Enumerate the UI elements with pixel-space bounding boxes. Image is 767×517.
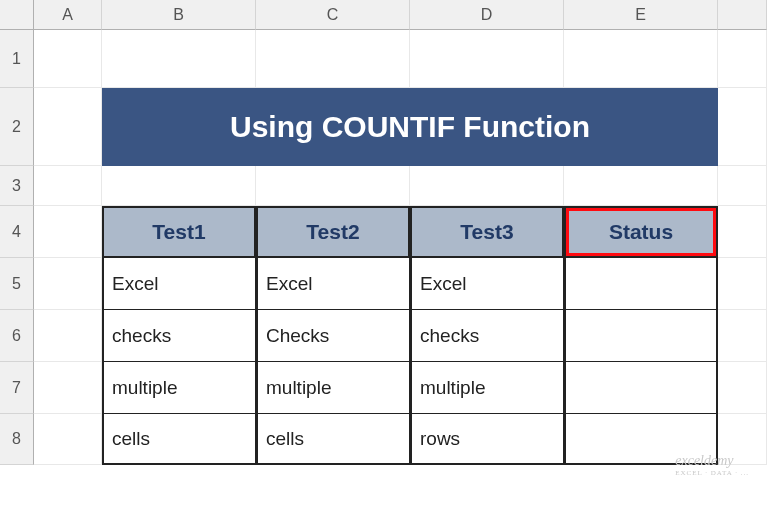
- title-cell[interactable]: Using COUNTIF Function: [102, 88, 718, 166]
- cell-overflow-1[interactable]: [718, 30, 767, 88]
- cell-a2[interactable]: [34, 88, 102, 166]
- cell-a8[interactable]: [34, 414, 102, 465]
- row-header-8[interactable]: 8: [0, 414, 34, 465]
- table-cell-c8[interactable]: cells: [256, 414, 410, 465]
- cell-overflow-4[interactable]: [718, 206, 767, 258]
- cell-overflow-3[interactable]: [718, 166, 767, 206]
- col-header-e[interactable]: E: [564, 0, 718, 30]
- table-cell-e6[interactable]: [564, 310, 718, 362]
- cell-e3[interactable]: [564, 166, 718, 206]
- cell-overflow-7[interactable]: [718, 362, 767, 414]
- cell-a7[interactable]: [34, 362, 102, 414]
- cell-a4[interactable]: [34, 206, 102, 258]
- row-header-5[interactable]: 5: [0, 258, 34, 310]
- table-header-test2[interactable]: Test2: [256, 206, 410, 258]
- row-header-6[interactable]: 6: [0, 310, 34, 362]
- table-cell-c5[interactable]: Excel: [256, 258, 410, 310]
- cell-overflow-8[interactable]: [718, 414, 767, 465]
- table-cell-c7[interactable]: multiple: [256, 362, 410, 414]
- table-header-test1[interactable]: Test1: [102, 206, 256, 258]
- table-cell-d8[interactable]: rows: [410, 414, 564, 465]
- col-header-b[interactable]: B: [102, 0, 256, 30]
- cell-overflow-6[interactable]: [718, 310, 767, 362]
- watermark-sub: EXCEL · DATA · ...: [675, 469, 749, 477]
- cell-overflow-2[interactable]: [718, 88, 767, 166]
- table-cell-b6[interactable]: checks: [102, 310, 256, 362]
- table-cell-e7[interactable]: [564, 362, 718, 414]
- cell-d1[interactable]: [410, 30, 564, 88]
- table-cell-b8[interactable]: cells: [102, 414, 256, 465]
- col-header-a[interactable]: A: [34, 0, 102, 30]
- col-header-c[interactable]: C: [256, 0, 410, 30]
- cell-c3[interactable]: [256, 166, 410, 206]
- table-header-test3[interactable]: Test3: [410, 206, 564, 258]
- cell-e1[interactable]: [564, 30, 718, 88]
- table-cell-e5[interactable]: [564, 258, 718, 310]
- table-cell-b7[interactable]: multiple: [102, 362, 256, 414]
- table-header-status[interactable]: Status: [564, 206, 718, 258]
- table-cell-d6[interactable]: checks: [410, 310, 564, 362]
- cell-b3[interactable]: [102, 166, 256, 206]
- col-header-overflow[interactable]: [718, 0, 767, 30]
- row-header-3[interactable]: 3: [0, 166, 34, 206]
- row-header-7[interactable]: 7: [0, 362, 34, 414]
- cell-c1[interactable]: [256, 30, 410, 88]
- spreadsheet-grid: A B C D E 1 2 Using COUNTIF Function 3 4…: [0, 0, 767, 465]
- row-header-1[interactable]: 1: [0, 30, 34, 88]
- table-cell-e8[interactable]: [564, 414, 718, 465]
- cell-overflow-5[interactable]: [718, 258, 767, 310]
- table-cell-c6[interactable]: Checks: [256, 310, 410, 362]
- cell-a1[interactable]: [34, 30, 102, 88]
- col-header-d[interactable]: D: [410, 0, 564, 30]
- row-header-2[interactable]: 2: [0, 88, 34, 166]
- table-cell-b5[interactable]: Excel: [102, 258, 256, 310]
- cell-d3[interactable]: [410, 166, 564, 206]
- table-cell-d7[interactable]: multiple: [410, 362, 564, 414]
- table-cell-d5[interactable]: Excel: [410, 258, 564, 310]
- row-header-4[interactable]: 4: [0, 206, 34, 258]
- cell-b1[interactable]: [102, 30, 256, 88]
- cell-a3[interactable]: [34, 166, 102, 206]
- cell-a6[interactable]: [34, 310, 102, 362]
- cell-a5[interactable]: [34, 258, 102, 310]
- select-all-corner[interactable]: [0, 0, 34, 30]
